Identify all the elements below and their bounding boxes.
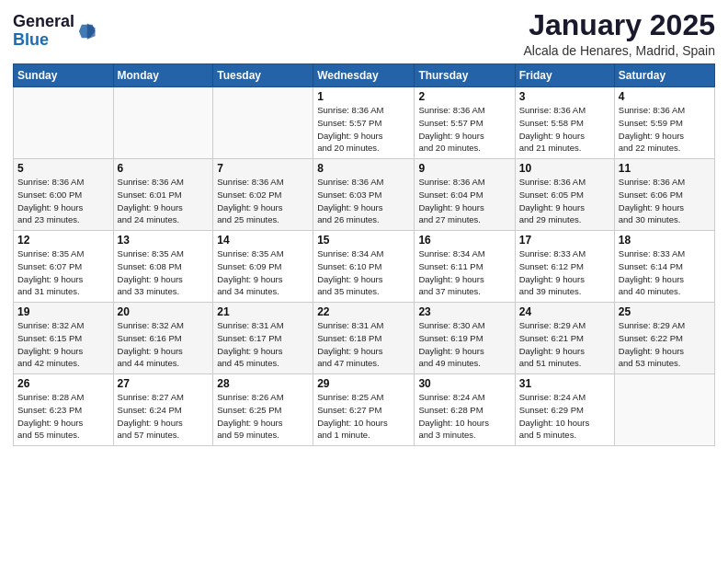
calendar-cell: 7Sunrise: 8:36 AM Sunset: 6:02 PM Daylig… [213,159,313,231]
calendar-cell: 17Sunrise: 8:33 AM Sunset: 6:12 PM Dayli… [515,231,614,303]
calendar-cell: 10Sunrise: 8:36 AM Sunset: 6:05 PM Dayli… [515,159,614,231]
day-info: Sunrise: 8:26 AM Sunset: 6:25 PM Dayligh… [217,391,309,442]
logo-icon [76,21,97,41]
calendar-cell: 9Sunrise: 8:36 AM Sunset: 6:04 PM Daylig… [415,159,515,231]
day-number: 16 [418,234,510,247]
calendar-week-1: 1Sunrise: 8:36 AM Sunset: 5:57 PM Daylig… [14,87,715,159]
day-number: 6 [118,162,210,175]
day-number: 5 [17,162,109,175]
day-number: 12 [17,234,109,247]
calendar-cell: 25Sunrise: 8:29 AM Sunset: 6:22 PM Dayli… [614,303,714,374]
day-info: Sunrise: 8:34 AM Sunset: 6:10 PM Dayligh… [317,247,410,298]
calendar-cell: 3Sunrise: 8:36 AM Sunset: 5:58 PM Daylig… [515,87,614,159]
calendar-week-4: 19Sunrise: 8:32 AM Sunset: 6:15 PM Dayli… [14,303,715,374]
calendar-cell: 28Sunrise: 8:26 AM Sunset: 6:25 PM Dayli… [213,374,313,446]
calendar-cell: 15Sunrise: 8:34 AM Sunset: 6:10 PM Dayli… [313,231,415,303]
calendar-cell: 20Sunrise: 8:32 AM Sunset: 6:16 PM Dayli… [113,303,213,374]
calendar-cell: 16Sunrise: 8:34 AM Sunset: 6:11 PM Dayli… [415,231,515,303]
day-number: 17 [519,234,610,247]
title-area: January 2025 Alcala de Henares, Madrid, … [523,9,715,58]
location: Alcala de Henares, Madrid, Spain [523,43,715,58]
day-number: 4 [619,90,711,103]
month-title: January 2025 [523,9,715,41]
calendar-week-2: 5Sunrise: 8:36 AM Sunset: 6:00 PM Daylig… [14,159,715,231]
day-number: 19 [17,305,109,318]
day-info: Sunrise: 8:29 AM Sunset: 6:21 PM Dayligh… [519,319,610,370]
day-number: 14 [217,234,309,247]
day-info: Sunrise: 8:36 AM Sunset: 5:59 PM Dayligh… [619,104,711,155]
day-info: Sunrise: 8:28 AM Sunset: 6:23 PM Dayligh… [17,391,109,442]
weekday-header-thursday: Thursday [415,64,515,87]
calendar-cell: 29Sunrise: 8:25 AM Sunset: 6:27 PM Dayli… [313,374,415,446]
day-info: Sunrise: 8:36 AM Sunset: 6:01 PM Dayligh… [118,176,210,226]
day-info: Sunrise: 8:32 AM Sunset: 6:16 PM Dayligh… [118,319,210,370]
calendar-cell: 2Sunrise: 8:36 AM Sunset: 5:57 PM Daylig… [415,87,515,159]
day-info: Sunrise: 8:29 AM Sunset: 6:22 PM Dayligh… [619,319,711,370]
calendar-cell: 13Sunrise: 8:35 AM Sunset: 6:08 PM Dayli… [113,231,213,303]
day-info: Sunrise: 8:36 AM Sunset: 6:02 PM Dayligh… [217,176,309,226]
day-number: 21 [217,305,309,318]
day-number: 28 [217,377,309,390]
day-number: 7 [217,162,309,175]
day-info: Sunrise: 8:36 AM Sunset: 5:57 PM Dayligh… [418,104,510,155]
weekday-header-tuesday: Tuesday [213,64,313,87]
calendar-cell: 19Sunrise: 8:32 AM Sunset: 6:15 PM Dayli… [14,303,114,374]
day-number: 13 [118,234,210,247]
weekday-header-sunday: Sunday [14,64,114,87]
day-info: Sunrise: 8:36 AM Sunset: 6:05 PM Dayligh… [519,176,610,226]
day-number: 11 [619,162,711,175]
calendar-cell: 4Sunrise: 8:36 AM Sunset: 5:59 PM Daylig… [614,87,714,159]
day-number: 24 [519,305,610,318]
day-number: 25 [619,305,711,318]
day-number: 22 [317,305,410,318]
day-number: 2 [418,90,510,103]
day-number: 20 [118,305,210,318]
calendar-cell: 8Sunrise: 8:36 AM Sunset: 6:03 PM Daylig… [313,159,415,231]
calendar-cell: 12Sunrise: 8:35 AM Sunset: 6:07 PM Dayli… [14,231,114,303]
calendar-cell: 22Sunrise: 8:31 AM Sunset: 6:18 PM Dayli… [313,303,415,374]
day-number: 31 [519,377,610,390]
day-info: Sunrise: 8:36 AM Sunset: 6:00 PM Dayligh… [17,176,109,226]
calendar-cell: 1Sunrise: 8:36 AM Sunset: 5:57 PM Daylig… [313,87,415,159]
day-info: Sunrise: 8:36 AM Sunset: 6:04 PM Dayligh… [418,176,510,226]
day-info: Sunrise: 8:36 AM Sunset: 6:03 PM Dayligh… [317,176,410,226]
header: GeneralBlue January 2025 Alcala de Henar… [13,9,715,58]
day-info: Sunrise: 8:36 AM Sunset: 5:57 PM Dayligh… [317,104,410,155]
weekday-header-friday: Friday [515,64,614,87]
day-info: Sunrise: 8:35 AM Sunset: 6:07 PM Dayligh… [17,247,109,298]
calendar-cell: 27Sunrise: 8:27 AM Sunset: 6:24 PM Dayli… [113,374,213,446]
day-info: Sunrise: 8:31 AM Sunset: 6:18 PM Dayligh… [317,319,410,370]
calendar-cell: 5Sunrise: 8:36 AM Sunset: 6:00 PM Daylig… [14,159,114,231]
calendar-cell: 18Sunrise: 8:33 AM Sunset: 6:14 PM Dayli… [614,231,714,303]
calendar-cell [213,87,313,159]
calendar-cell [614,374,714,446]
day-number: 26 [17,377,109,390]
weekday-header-wednesday: Wednesday [313,64,415,87]
calendar-cell: 23Sunrise: 8:30 AM Sunset: 6:19 PM Dayli… [415,303,515,374]
day-number: 1 [317,90,410,103]
day-info: Sunrise: 8:25 AM Sunset: 6:27 PM Dayligh… [317,391,410,442]
day-info: Sunrise: 8:33 AM Sunset: 6:14 PM Dayligh… [619,247,711,298]
logo-text: GeneralBlue [13,13,74,50]
day-info: Sunrise: 8:24 AM Sunset: 6:29 PM Dayligh… [519,391,610,442]
day-number: 30 [418,377,510,390]
day-info: Sunrise: 8:24 AM Sunset: 6:28 PM Dayligh… [418,391,510,442]
day-number: 9 [418,162,510,175]
day-info: Sunrise: 8:33 AM Sunset: 6:12 PM Dayligh… [519,247,610,298]
day-info: Sunrise: 8:35 AM Sunset: 6:09 PM Dayligh… [217,247,309,298]
day-info: Sunrise: 8:36 AM Sunset: 6:06 PM Dayligh… [619,176,711,226]
weekday-header-row: SundayMondayTuesdayWednesdayThursdayFrid… [14,64,715,87]
day-number: 18 [619,234,711,247]
calendar-cell: 30Sunrise: 8:24 AM Sunset: 6:28 PM Dayli… [415,374,515,446]
logo: GeneralBlue [13,13,97,50]
day-info: Sunrise: 8:30 AM Sunset: 6:19 PM Dayligh… [418,319,510,370]
page-container: GeneralBlue January 2025 Alcala de Henar… [0,0,728,455]
day-number: 8 [317,162,410,175]
weekday-header-saturday: Saturday [614,64,714,87]
calendar-cell: 21Sunrise: 8:31 AM Sunset: 6:17 PM Dayli… [213,303,313,374]
day-info: Sunrise: 8:31 AM Sunset: 6:17 PM Dayligh… [217,319,309,370]
calendar-table: SundayMondayTuesdayWednesdayThursdayFrid… [13,63,715,446]
day-number: 3 [519,90,610,103]
calendar-cell: 31Sunrise: 8:24 AM Sunset: 6:29 PM Dayli… [515,374,614,446]
weekday-header-monday: Monday [113,64,213,87]
